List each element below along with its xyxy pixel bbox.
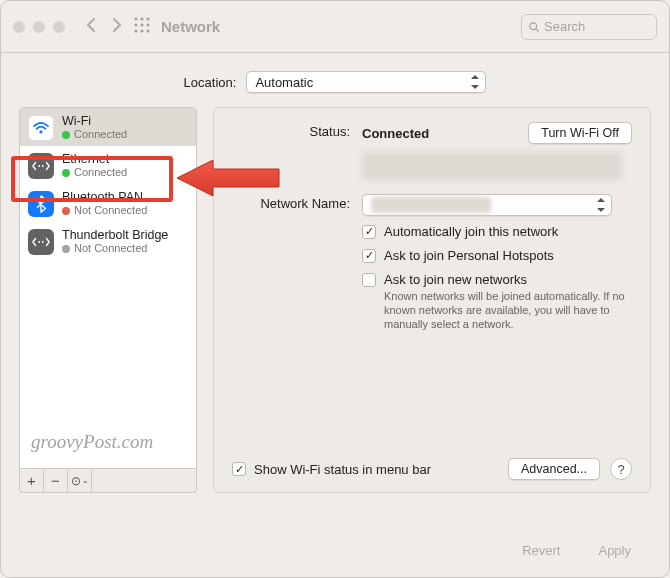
wifi-icon [28,115,54,141]
status-value: Connected [362,126,429,141]
watermark: groovyPost.com [31,431,153,453]
window-controls[interactable] [13,21,65,33]
forward-button[interactable] [111,18,123,35]
remove-interface-button[interactable]: − [44,469,68,492]
redacted-status-detail [362,152,622,180]
checkbox-icon [362,273,376,287]
redacted-network-name [371,197,491,213]
svg-point-11 [39,130,42,133]
svg-point-7 [140,29,143,32]
network-name-label: Network Name: [232,194,350,211]
svg-point-15 [42,241,44,243]
svg-point-8 [146,29,149,32]
interface-options-button[interactable]: ⊙⌄ [68,469,92,492]
svg-point-9 [530,22,537,29]
bluetooth-icon [28,191,54,217]
sidebar-item-label: Wi-Fi [62,114,127,128]
sidebar-item-thunderbolt-bridge[interactable]: Thunderbolt Bridge Not Connected [20,222,196,260]
ask-join-new-checkbox[interactable]: Ask to join new networks [362,272,632,287]
checkbox-icon [362,249,376,263]
location-select[interactable]: Automatic [246,71,486,93]
status-dot-icon [62,245,70,253]
traffic-zoom[interactable] [53,21,65,33]
svg-point-3 [134,23,137,26]
svg-point-5 [146,23,149,26]
svg-point-1 [140,17,143,20]
sidebar-controls: + − ⊙⌄ [19,469,197,493]
advanced-button[interactable]: Advanced... [508,458,600,480]
svg-line-10 [536,29,538,31]
checkbox-icon [232,462,246,476]
svg-point-4 [140,23,143,26]
sidebar-item-label: Thunderbolt Bridge [62,228,168,242]
svg-point-2 [146,17,149,20]
detail-pane: Status: Connected Turn Wi-Fi Off Network… [213,107,651,493]
personal-hotspot-checkbox[interactable]: Ask to join Personal Hotspots [362,248,632,263]
svg-point-14 [38,241,40,243]
network-sidebar: Wi-Fi Connected Ethernet Connected [19,107,197,469]
sidebar-item-bluetooth-pan[interactable]: Bluetooth PAN Not Connected [20,184,196,222]
search-placeholder: Search [544,19,585,34]
traffic-close[interactable] [13,21,25,33]
turn-wifi-off-button[interactable]: Turn Wi-Fi Off [528,122,632,144]
search-input[interactable]: Search [521,14,657,40]
svg-point-0 [134,17,137,20]
sidebar-item-label: Bluetooth PAN [62,190,147,204]
svg-point-12 [38,165,40,167]
show-menu-bar-checkbox[interactable]: Show Wi-Fi status in menu bar [232,462,431,477]
revert-button[interactable]: Revert [508,539,574,561]
location-label: Location: [184,75,237,90]
ethernet-icon [28,153,54,179]
status-dot-icon [62,169,70,177]
auto-join-checkbox[interactable]: Automatically join this network [362,224,632,239]
traffic-minimize[interactable] [33,21,45,33]
sidebar-item-wifi[interactable]: Wi-Fi Connected [20,108,196,146]
status-label: Status: [232,122,350,139]
add-interface-button[interactable]: + [20,469,44,492]
back-button[interactable] [85,18,97,35]
window-title: Network [161,18,220,35]
apply-button[interactable]: Apply [584,539,645,561]
status-dot-icon [62,131,70,139]
location-value: Automatic [255,75,313,90]
sidebar-item-label: Ethernet [62,152,127,166]
sidebar-item-ethernet[interactable]: Ethernet Connected [20,146,196,184]
help-button[interactable]: ? [610,458,632,480]
apps-grid-icon[interactable] [133,16,151,37]
svg-point-6 [134,29,137,32]
ask-join-hint: Known networks will be joined automatica… [384,289,632,331]
network-name-select[interactable] [362,194,612,216]
updown-icon [469,75,481,89]
checkbox-icon [362,225,376,239]
thunderbolt-icon [28,229,54,255]
updown-icon [595,198,607,212]
svg-point-13 [42,165,44,167]
search-icon [528,21,540,33]
status-dot-icon [62,207,70,215]
